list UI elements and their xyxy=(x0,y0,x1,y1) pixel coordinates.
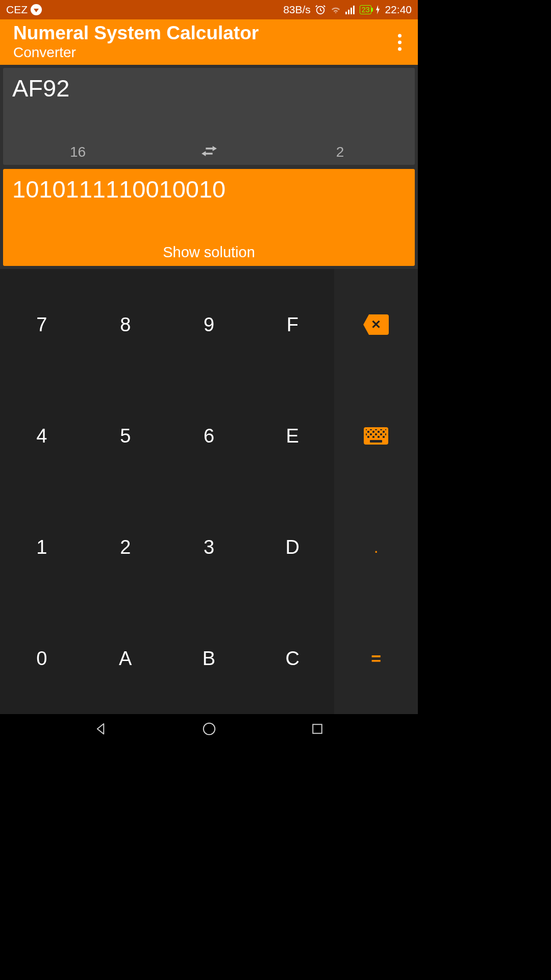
backspace-icon: ✕ xyxy=(363,314,389,335)
base-row: 16 2 xyxy=(12,143,406,161)
key-f[interactable]: F xyxy=(251,269,334,380)
wifi-icon xyxy=(330,5,341,14)
messenger-icon xyxy=(31,4,42,15)
svg-rect-4 xyxy=(353,6,355,14)
status-bar: CEZ 83B/s 23 22:40 xyxy=(0,0,418,19)
key-e[interactable]: E xyxy=(251,380,334,492)
status-left: CEZ xyxy=(6,4,42,16)
key-7[interactable]: 7 xyxy=(0,269,84,380)
key-8[interactable]: 8 xyxy=(84,269,167,380)
key-d[interactable]: D xyxy=(251,492,334,603)
content: AF92 16 2 1010111110010010 Show solution… xyxy=(0,65,418,714)
app-bar: Numeral System Calculator Converter xyxy=(0,19,418,65)
key-c[interactable]: C xyxy=(251,603,334,714)
charging-icon xyxy=(375,5,381,14)
backspace-button[interactable]: ✕ xyxy=(334,269,418,380)
keypad-main: 7 8 9 F 4 5 6 E 1 2 3 D 0 A B C xyxy=(0,269,334,714)
battery-icon: 23 xyxy=(360,5,372,14)
system-nav-bar xyxy=(0,714,418,743)
clock-label: 22:40 xyxy=(385,4,412,16)
input-panel[interactable]: AF92 16 2 xyxy=(3,68,415,165)
key-2[interactable]: 2 xyxy=(84,492,167,603)
signal-icon xyxy=(345,5,356,14)
app-title: Numeral System Calculator xyxy=(13,23,259,44)
to-base-selector[interactable]: 2 xyxy=(274,144,406,160)
back-button[interactable] xyxy=(93,721,108,737)
app-subtitle: Converter xyxy=(13,43,259,61)
keypad: 7 8 9 F 4 5 6 E 1 2 3 D 0 A B C ✕ . = xyxy=(0,269,418,714)
alarm-icon xyxy=(315,4,326,15)
keyboard-toggle-button[interactable] xyxy=(334,380,418,492)
key-1[interactable]: 1 xyxy=(0,492,84,603)
more-menu-button[interactable] xyxy=(398,34,402,51)
svg-point-5 xyxy=(203,723,215,734)
equals-button[interactable]: = xyxy=(334,603,418,714)
carrier-label: CEZ xyxy=(6,4,28,16)
keyboard-icon xyxy=(364,427,388,445)
key-9[interactable]: 9 xyxy=(167,269,251,380)
svg-rect-2 xyxy=(348,10,349,14)
key-0[interactable]: 0 xyxy=(0,603,84,714)
decimal-point-button[interactable]: . xyxy=(334,492,418,603)
from-base-selector[interactable]: 16 xyxy=(12,144,143,160)
recent-apps-button[interactable] xyxy=(310,721,325,737)
status-right: 83B/s 23 22:40 xyxy=(283,4,412,16)
key-3[interactable]: 3 xyxy=(167,492,251,603)
input-value: AF92 xyxy=(12,74,406,102)
keypad-side: ✕ . = xyxy=(334,269,418,714)
battery-percent: 23 xyxy=(362,6,370,14)
output-value: 1010111110010010 xyxy=(12,175,406,203)
key-4[interactable]: 4 xyxy=(0,380,84,492)
key-b[interactable]: B xyxy=(167,603,251,714)
data-rate-label: 83B/s xyxy=(283,4,311,16)
svg-rect-3 xyxy=(350,8,352,14)
key-6[interactable]: 6 xyxy=(167,380,251,492)
output-panel: 1010111110010010 Show solution xyxy=(3,169,415,266)
key-5[interactable]: 5 xyxy=(84,380,167,492)
app-titles: Numeral System Calculator Converter xyxy=(13,23,259,62)
home-button[interactable] xyxy=(202,721,217,737)
svg-rect-1 xyxy=(345,12,347,14)
swap-bases-button[interactable] xyxy=(143,143,274,161)
show-solution-button[interactable]: Show solution xyxy=(12,244,406,261)
key-a[interactable]: A xyxy=(84,603,167,714)
svg-rect-6 xyxy=(313,724,322,733)
